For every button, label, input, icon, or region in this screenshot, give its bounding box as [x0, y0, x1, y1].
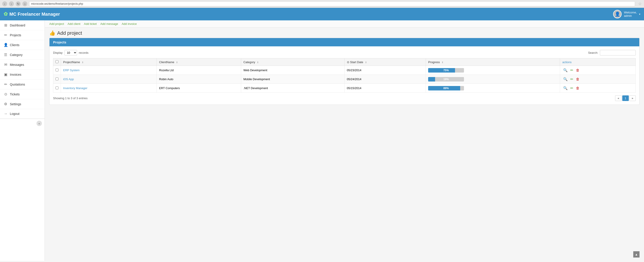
- row-checkbox-cell: [53, 84, 61, 93]
- row-checkbox[interactable]: [56, 86, 58, 89]
- row-checkbox-cell: [53, 75, 61, 84]
- delete-button[interactable]: 🗑: [575, 77, 580, 82]
- sidebar: ⊞ Dashboard ✏ Projects 👤 Clients ☰ Categ…: [0, 20, 45, 261]
- pagination: « 1 »: [615, 96, 636, 101]
- sidebar-item-clients[interactable]: 👤 Clients: [0, 40, 44, 50]
- quotations-icon: ✏: [4, 82, 8, 86]
- delete-button[interactable]: 🗑: [575, 86, 580, 91]
- progress-label: 89%: [428, 86, 464, 90]
- search-label: Search:: [588, 51, 598, 54]
- messages-icon: ✉: [4, 62, 8, 67]
- project-name-link[interactable]: iOS App: [63, 78, 74, 81]
- user-info: Welcome, admin: [624, 11, 637, 18]
- sidebar-item-category[interactable]: ☰ Category: [0, 50, 44, 60]
- row-checkbox[interactable]: [56, 68, 58, 72]
- sidebar-item-messages[interactable]: ✉ Messages: [0, 60, 44, 70]
- category-sort-icon[interactable]: ⇕: [257, 61, 259, 64]
- view-button[interactable]: 🔍: [562, 76, 568, 82]
- panel-header: Projects: [50, 38, 639, 46]
- next-page-button[interactable]: »: [629, 96, 636, 101]
- project-name-sort-icon[interactable]: ⇕: [82, 61, 84, 64]
- search-control: Search:: [588, 50, 636, 56]
- page-1-button[interactable]: 1: [622, 96, 629, 101]
- table-row: ERP SystemRozella LtdWeb Development05/2…: [53, 66, 636, 75]
- col-category-label: Category: [244, 60, 255, 64]
- project-name-cell: ERP System: [61, 66, 157, 75]
- reload-button[interactable]: ↻: [16, 1, 20, 6]
- main-content: Add project Add client Add ticket Add me…: [45, 20, 644, 261]
- col-project-name: ProjectName ⇕: [61, 58, 157, 66]
- start-date-sort-icon[interactable]: ⇕: [365, 61, 367, 64]
- progress-cell: 89%: [426, 84, 560, 93]
- dashboard-icon: ⊞: [4, 23, 8, 27]
- start-date-cell: 05/24/2014: [344, 75, 426, 84]
- brand: ✿ MC Freelancer Manager: [4, 11, 60, 17]
- search-input[interactable]: [600, 50, 636, 56]
- display-control: Display 10 25 50 100 records: [53, 50, 88, 56]
- back-button[interactable]: ‹: [2, 1, 7, 6]
- table-controls: Display 10 25 50 100 records Search:: [53, 50, 636, 56]
- delete-button[interactable]: 🗑: [575, 68, 580, 73]
- sidebar-item-projects[interactable]: ✏ Projects: [0, 30, 44, 40]
- edit-button[interactable]: ✏: [570, 76, 574, 82]
- sidebar-item-tickets[interactable]: ⊙ Tickets: [0, 89, 44, 99]
- project-name-link[interactable]: ERP System: [63, 68, 80, 72]
- sidebar-label-invoices: Invoices: [10, 73, 21, 76]
- quick-link-add-ticket[interactable]: Add ticket: [84, 22, 97, 26]
- address-bar[interactable]: microcode.ws/demo/freelancer/projects.ph…: [29, 1, 635, 6]
- project-name-link[interactable]: Inventory Manager: [63, 86, 87, 90]
- sidebar-item-dashboard[interactable]: ⊞ Dashboard: [0, 20, 44, 30]
- progress-cell: 75%: [426, 66, 560, 75]
- user-dropdown-arrow[interactable]: ▾: [639, 13, 640, 16]
- client-name-sort-icon[interactable]: ⇕: [176, 61, 178, 64]
- sidebar-collapse-area: «: [0, 119, 44, 128]
- view-button[interactable]: 🔍: [562, 68, 568, 73]
- actions-cell: 🔍✏🗑: [560, 66, 636, 75]
- actions-cell: 🔍✏🗑: [560, 75, 636, 84]
- top-nav: ✿ MC Freelancer Manager 👤 Welcome, admin…: [0, 8, 644, 20]
- quick-link-add-message[interactable]: Add message: [100, 22, 118, 26]
- clock-icon: ⊙: [347, 60, 349, 64]
- brand-name: MC Freelancer Manager: [10, 12, 60, 17]
- client-name-cell: Robin Auto: [157, 75, 241, 84]
- col-start-date-label: Start Date: [350, 60, 363, 64]
- row-checkbox[interactable]: [56, 78, 58, 80]
- progress-sort-icon[interactable]: ⇕: [442, 61, 443, 64]
- quick-link-add-client[interactable]: Add client: [68, 22, 80, 26]
- user-area[interactable]: 👤 Welcome, admin ▾: [613, 10, 640, 18]
- quick-links-bar: Add project Add client Add ticket Add me…: [45, 20, 644, 28]
- clients-icon: 👤: [4, 43, 8, 47]
- col-start-date: ⊙ Start Date ⇕: [344, 58, 426, 66]
- sidebar-label-projects: Projects: [10, 33, 21, 37]
- prev-page-button[interactable]: «: [615, 96, 622, 101]
- sidebar-item-settings[interactable]: ⚙ Settings: [0, 99, 44, 109]
- invoices-icon: ▣: [4, 72, 8, 76]
- sidebar-item-logout[interactable]: → Logout: [0, 109, 44, 119]
- sidebar-collapse-button[interactable]: «: [36, 121, 42, 126]
- table-row: Inventory ManagerERT Computers.NET Devel…: [53, 84, 636, 93]
- col-client-name-label: ClientName: [159, 60, 174, 64]
- sidebar-item-invoices[interactable]: ▣ Invoices: [0, 70, 44, 80]
- col-actions: actions: [560, 58, 636, 66]
- progress-label: 19%: [428, 77, 464, 82]
- bookmark-icon[interactable]: ☆: [638, 1, 642, 6]
- actions-cell: 🔍✏🗑: [560, 84, 636, 93]
- records-per-page-select[interactable]: 10 25 50 100: [64, 50, 77, 56]
- quick-link-add-project[interactable]: Add project: [49, 22, 64, 26]
- category-icon: ☰: [4, 52, 8, 57]
- col-project-name-label: ProjectName: [63, 60, 80, 64]
- edit-button[interactable]: ✏: [570, 68, 574, 73]
- panel-body: Display 10 25 50 100 records Search:: [50, 46, 639, 104]
- forward-button[interactable]: ›: [9, 1, 14, 6]
- select-all-checkbox[interactable]: [56, 60, 58, 63]
- home-button[interactable]: ⌂: [22, 1, 27, 6]
- browser-chrome: ‹ › ↻ ⌂ microcode.ws/demo/freelancer/pro…: [0, 0, 644, 8]
- scroll-to-top-button[interactable]: ▲: [633, 251, 640, 258]
- avatar: 👤: [613, 10, 622, 18]
- view-button[interactable]: 🔍: [562, 86, 568, 91]
- quick-link-add-invoice[interactable]: Add invoice: [122, 22, 136, 26]
- sidebar-item-quotations[interactable]: ✏ Quotations: [0, 80, 44, 89]
- edit-button[interactable]: ✏: [570, 86, 574, 91]
- category-cell: .NET Development: [241, 84, 344, 93]
- username: admin: [624, 14, 632, 18]
